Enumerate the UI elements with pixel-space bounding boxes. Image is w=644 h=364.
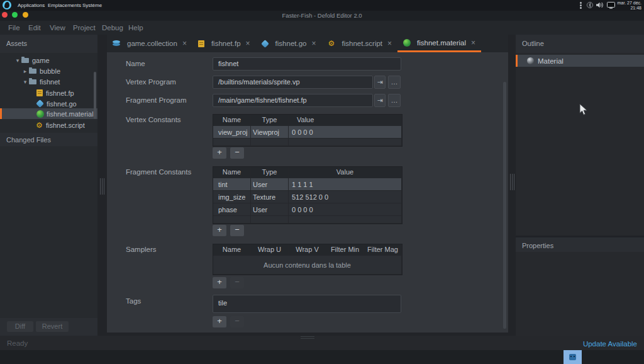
update-available-link[interactable]: Update Available [583, 340, 637, 348]
table-cell[interactable]: view_proj [213, 126, 251, 139]
close-tab-icon[interactable]: × [471, 38, 475, 47]
column-header[interactable]: Type [251, 167, 289, 178]
sysmenu-emplacements[interactable]: Emplacements [48, 0, 81, 11]
tree-item-fishnet-go[interactable]: fishnet.go [0, 98, 93, 109]
fragment-program-goto-button[interactable]: ⇥ [374, 94, 386, 107]
tree-item-bubble[interactable]: ▸ bubble [0, 65, 93, 76]
tree-item-game[interactable]: ▾ game [0, 55, 93, 65]
menu-file[interactable]: File [8, 21, 20, 35]
menu-edit[interactable]: Edit [28, 21, 41, 35]
table-cell[interactable]: 512 512 0 0 [289, 191, 402, 203]
overflow-menu-icon[interactable] [580, 2, 582, 9]
column-header[interactable]: Name [213, 167, 251, 178]
name-input[interactable]: fishnet [213, 57, 401, 71]
vertex-program-browse-button[interactable]: … [388, 76, 401, 89]
tab-game-collection[interactable]: game.collection × [107, 35, 192, 52]
display-icon[interactable] [607, 2, 615, 10]
column-header[interactable]: Value [289, 167, 402, 178]
clock[interactable]: mar. 27 déc. 21:48 [617, 1, 641, 11]
table-cell[interactable]: tint [213, 178, 251, 191]
table-cell[interactable]: phase [213, 203, 251, 216]
left-splitter[interactable] [97, 35, 107, 336]
sysmenu-applications[interactable]: Applications [18, 0, 45, 11]
tray-defold-icon[interactable] [564, 350, 582, 364]
close-tab-icon[interactable]: × [182, 39, 187, 48]
tags-label: Tags [126, 297, 141, 306]
tags-add-button[interactable]: + [213, 316, 226, 327]
fragment-constants-add-button[interactable]: + [213, 225, 226, 236]
table-cell[interactable]: User [251, 178, 289, 191]
table-cell[interactable]: User [251, 203, 289, 216]
menu-debug[interactable]: Debug [102, 21, 123, 35]
table-cell[interactable]: Texture [251, 191, 289, 203]
right-splitter[interactable] [508, 35, 516, 336]
expander-icon[interactable]: ▸ [21, 68, 29, 74]
close-tab-icon[interactable]: × [311, 39, 316, 48]
mouse-cursor [579, 103, 588, 118]
tree-item-fishnet-fp[interactable]: fishnet.fp [0, 88, 93, 98]
tab-fishnet-fp[interactable]: fishnet.fp × [192, 35, 256, 52]
expander-icon[interactable]: ▾ [21, 79, 29, 85]
samplers-table: Name Wrap U Wrap V Filter Min Filter Mag… [213, 244, 402, 275]
close-tab-icon[interactable]: × [387, 39, 392, 48]
column-header[interactable]: Name [213, 115, 251, 126]
table-cell[interactable]: 1 1 1 1 [289, 178, 402, 191]
form-scrollbar[interactable] [503, 82, 506, 329]
folder-icon [29, 79, 36, 84]
menu-help[interactable]: Help [128, 21, 143, 35]
table-cell[interactable]: 0 0 0 0 [289, 203, 402, 216]
samplers-remove-button[interactable]: − [230, 277, 244, 288]
table-cell[interactable]: Viewproj [251, 126, 289, 139]
diff-button[interactable]: Diff [7, 321, 33, 332]
tree-item-fishnet[interactable]: ▾ fishnet [0, 76, 93, 87]
tab-fishnet-script[interactable]: ⚙ fishnet.script × [322, 35, 398, 52]
vertex-program-goto-button[interactable]: ⇥ [374, 76, 386, 89]
vertex-constants-remove-button[interactable]: − [230, 147, 244, 159]
column-header[interactable]: Wrap U [251, 244, 289, 256]
outline-properties-divider[interactable] [516, 236, 644, 237]
fragment-constants-remove-button[interactable]: − [230, 225, 244, 236]
tab-fishnet-go[interactable]: fishnet.go × [256, 35, 322, 52]
volume-icon[interactable] [596, 2, 604, 9]
collection-icon [113, 40, 120, 47]
samplers-add-button[interactable]: + [213, 277, 226, 288]
vertex-constants-add-button[interactable]: + [213, 147, 226, 159]
console-splitter-grip[interactable] [301, 336, 314, 339]
tree-item-fishnet-material[interactable]: fishnet.material [0, 108, 97, 119]
menu-project[interactable]: Project [73, 21, 96, 35]
defold-icon [569, 354, 576, 360]
column-header[interactable]: Value [289, 115, 402, 126]
properties-title: Properties [522, 242, 553, 249]
column-header[interactable]: Type [251, 115, 289, 126]
column-header[interactable]: Filter Min [326, 244, 364, 256]
close-tab-icon[interactable]: × [246, 39, 250, 48]
column-header[interactable]: Wrap V [289, 244, 326, 256]
folder-icon [21, 58, 29, 63]
column-header[interactable]: Name [213, 244, 251, 256]
expander-icon[interactable]: ▾ [14, 57, 21, 64]
column-header[interactable]: Filter Mag [364, 244, 402, 256]
assets-scrollbar[interactable] [94, 72, 96, 119]
samplers-empty-placeholder: Aucun contenu dans la table [213, 256, 402, 275]
editor-tabstrip: game.collection × fishnet.fp × fishnet.g… [107, 35, 508, 52]
tags-list[interactable]: tile [213, 295, 401, 313]
desktop: Applications Emplacements Système mar. 2… [0, 0, 644, 364]
fragment-program-browse-button[interactable]: … [388, 94, 401, 107]
table-cell[interactable]: img_size [213, 191, 251, 203]
bluetooth-icon[interactable] [587, 1, 593, 10]
vertex-program-input[interactable]: /builtins/materials/sprite.vp [213, 76, 373, 89]
fragment-program-file-icon [198, 40, 204, 47]
tree-item-fishnet-script[interactable]: ⚙ fishnet.script [0, 120, 93, 130]
sysmenu-systeme[interactable]: Système [82, 0, 102, 11]
outline-item-material[interactable]: Material [516, 55, 644, 67]
menu-view[interactable]: View [50, 21, 65, 35]
tags-remove-button[interactable]: − [230, 316, 244, 327]
material-file-icon [403, 39, 411, 47]
revert-button[interactable]: Revert [36, 321, 69, 332]
fragment-constants-label: Fragment Constants [126, 168, 191, 177]
parrot-logo-icon[interactable] [3, 1, 11, 9]
table-cell[interactable]: 0 0 0 0 [289, 126, 402, 139]
fragment-program-input[interactable]: /main/game/fishnet/fishnet.fp [213, 94, 373, 107]
fragment-program-label: Fragment Program [126, 96, 187, 105]
tab-fishnet-material[interactable]: fishnet.material × [397, 35, 481, 52]
